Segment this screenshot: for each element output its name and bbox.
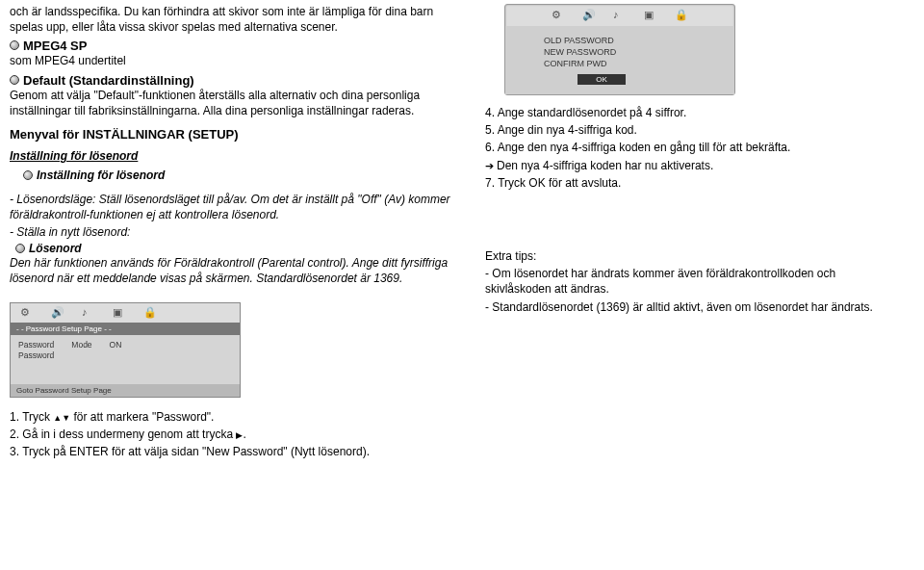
setup-row1-col2: Mode [71, 340, 91, 350]
disc-icon [10, 75, 19, 85]
video-icon: ▣ [644, 9, 657, 22]
step-1b: för att markera "Password". [70, 410, 214, 424]
arrow-down-icon [62, 410, 70, 424]
setup-footer: Goto Password Setup Page [11, 384, 240, 397]
setup-title: - - Password Setup Page - - [11, 323, 240, 335]
speaker-icon: 🔊 [51, 306, 64, 320]
disc-icon [15, 244, 25, 253]
right-step-4: 4. Ange standardlösenordet på 4 siffror. [485, 105, 899, 120]
arrow-up-icon [53, 410, 62, 424]
disc-icon [10, 40, 19, 50]
confirm-password-label: CONFIRM PWD [544, 59, 721, 68]
right-step-6b: Den nya 4-siffriga koden har nu aktivera… [485, 158, 899, 173]
password-mode-label: - Lösenordsläge: [10, 193, 95, 206]
extra-tip-1: - Om lösenordet har ändrats kommer även … [485, 266, 899, 297]
setup-row1-col3: ON [110, 340, 122, 350]
arrow-right-icon [485, 159, 497, 172]
lock-icon: 🔒 [675, 9, 688, 22]
step-2a: 2. Gå in i dess undermeny genom att tryc… [10, 428, 236, 441]
bottom-steps: 1. Tryck för att markera "Password". 2. … [10, 409, 462, 460]
disc-icon [23, 170, 33, 180]
note-icon: ♪ [613, 9, 627, 22]
set-new-password-label: - Ställa in nytt lösenord: [10, 224, 462, 240]
intro-text: och är landsspecifika. Du kan förhindra … [10, 4, 462, 35]
password-dialog-screenshot: ⚙ 🔊 ♪ ▣ 🔒 OLD PASSWORD NEW PASSWORD CONF… [504, 4, 735, 95]
step-2b: . [243, 428, 245, 441]
right-step-5: 5. Ange din nya 4-siffriga kod. [485, 122, 899, 138]
step-3: 3. Tryck på ENTER för att välja sidan "N… [10, 444, 462, 459]
default-body: Genom att välja "Default"-funktionen åte… [10, 88, 462, 118]
note-icon: ♪ [82, 306, 95, 320]
mpeg4-sp-heading: MPEG4 SP [23, 39, 87, 53]
setup-row2-col1: Password [18, 350, 54, 360]
step-1a: 1. Tryck [10, 410, 53, 424]
right-step-6b-text: Den nya 4-siffriga koden har nu aktivera… [497, 159, 713, 172]
extra-tips-heading: Extra tips: [485, 248, 899, 264]
setup-screenshot: ⚙ 🔊 ♪ ▣ 🔒 - - Password Setup Page - - Pa… [10, 302, 241, 398]
password-body: Den här funktionen används för Föräldrak… [10, 255, 462, 286]
right-step-7: 7. Tryck OK för att avsluta. [485, 175, 899, 191]
step-2: 2. Gå in i dess undermeny genom att tryc… [10, 427, 462, 442]
setup-iconrow: ⚙ 🔊 ♪ ▣ 🔒 [11, 303, 240, 323]
video-icon: ▣ [113, 306, 126, 320]
right-step-6: 6. Ange den nya 4-siffriga koden en gång… [485, 140, 899, 155]
new-password-label: NEW PASSWORD [544, 47, 721, 57]
lock-icon: 🔒 [143, 306, 157, 320]
step-1: 1. Tryck för att markera "Password". [10, 409, 462, 425]
settings-icon: ⚙ [20, 306, 34, 320]
extra-tip-2: - Standardlösenordet (1369) är alltid ak… [485, 299, 899, 315]
old-password-label: OLD PASSWORD [544, 36, 721, 45]
password-setting-heading-2: Inställning för lösenord [37, 168, 165, 182]
password-setting-heading-1: Inställning för lösenord [10, 148, 462, 164]
speaker-icon: 🔊 [582, 9, 596, 22]
password-heading: Lösenord [29, 242, 82, 255]
settings-icon: ⚙ [552, 9, 565, 22]
default-heading: Default (Standardinställning) [23, 73, 194, 88]
mpeg4-subtitle: som MPEG4 undertitel [10, 53, 462, 68]
password-mode-paragraph: - Lösenordsläge: Ställ lösenordsläget ti… [10, 192, 462, 222]
ok-button: OK [578, 74, 626, 85]
menu-setup-heading: Menyval för INSTÄLLNINGAR (SETUP) [10, 126, 462, 143]
setup-row1-col1: Password [18, 340, 54, 350]
pw-dialog-iconrow: ⚙ 🔊 ♪ ▣ 🔒 [505, 5, 734, 26]
